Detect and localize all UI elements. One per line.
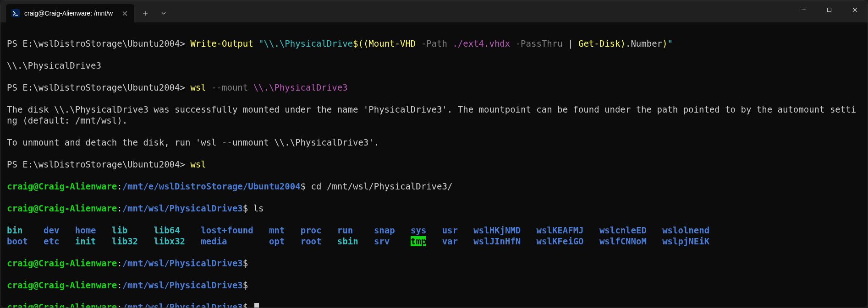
ls-entry: libx32: [154, 236, 185, 246]
ls-entry: etc: [44, 236, 59, 246]
ps-command: Write-Output: [190, 38, 253, 49]
tab-controls: [137, 4, 172, 22]
bash-path: /mnt/wsl/PhysicalDrive3: [122, 203, 243, 213]
ps-command: wsl: [190, 159, 206, 169]
new-tab-button[interactable]: [137, 5, 154, 22]
ls-output: bin dev home lib lib64 lost+found mnt pr…: [7, 225, 861, 247]
terminal-window: craig@Craig-Alienware: /mnt/w: [0, 0, 868, 308]
ls-row: bin dev home lib lib64 lost+found mnt pr…: [7, 225, 861, 236]
powershell-icon: [11, 9, 20, 17]
ls-entry: lib64: [154, 225, 180, 235]
tab-active[interactable]: craig@Craig-Alienware: /mnt/w: [6, 4, 134, 22]
terminal-line: \\.\PhysicalDrive3: [7, 60, 861, 71]
bash-user: craig@Craig-Alienware: [7, 302, 117, 308]
ps-command: wsl: [190, 82, 206, 92]
svg-rect-0: [827, 8, 831, 11]
bash-path: /mnt/wsl/PhysicalDrive3: [122, 302, 243, 308]
bash-path: /mnt/e/wslDistroStorage/Ubuntu2004: [122, 181, 301, 191]
bash-command: cd /mnt/wsl/PhysicalDrive3/: [306, 181, 452, 191]
ls-entry: sbin: [337, 236, 358, 246]
terminal-line: craig@Craig-Alienware:/mnt/e/wslDistroSt…: [7, 181, 861, 192]
ls-entry: var: [442, 236, 458, 246]
ls-row: boot etc init lib32 libx32 media opt roo…: [7, 236, 861, 247]
terminal-line: PS E:\wslDistroStorage\Ubuntu2004> wsl: [7, 159, 861, 170]
ps-prompt: PS E:\wslDistroStorage\Ubuntu2004>: [7, 159, 190, 169]
ls-entry: srv: [374, 236, 390, 246]
terminal-body[interactable]: PS E:\wslDistroStorage\Ubuntu2004> Write…: [0, 22, 868, 308]
bash-user: craig@Craig-Alienware: [7, 258, 117, 268]
bash-path: /mnt/wsl/PhysicalDrive3: [122, 280, 243, 290]
ls-entry: root: [301, 236, 322, 246]
ls-entry: wslJInHfN: [473, 236, 521, 246]
ls-entry: wslKFeiGO: [537, 236, 584, 246]
ls-entry: proc: [301, 225, 322, 235]
bash-command: ls: [248, 203, 264, 213]
bash-path: /mnt/wsl/PhysicalDrive3: [122, 258, 243, 268]
ls-entry: bin: [7, 225, 22, 235]
terminal-line: PS E:\wslDistroStorage\Ubuntu2004> wsl -…: [7, 82, 861, 93]
ps-param: -PassThru: [510, 38, 568, 49]
terminal-line: craig@Craig-Alienware:/mnt/wsl/PhysicalD…: [7, 302, 861, 308]
ps-param: --mount: [206, 82, 253, 92]
ps-arg: ./ext4.vhdx: [452, 38, 510, 49]
ls-entry: boot: [7, 236, 28, 246]
tab-title: craig@Craig-Alienware: /mnt/w: [24, 10, 116, 17]
ps-string: "\\.\PhysicalDrive: [258, 38, 353, 49]
terminal-line: The disk \\.\PhysicalDrive3 was successf…: [7, 104, 861, 126]
ls-entry: dev: [44, 225, 59, 235]
bash-user: craig@Craig-Alienware: [7, 181, 117, 191]
ls-entry: media: [201, 236, 227, 246]
ps-prompt: PS E:\wslDistroStorage\Ubuntu2004>: [7, 82, 190, 92]
terminal-line: craig@Craig-Alienware:/mnt/wsl/PhysicalD…: [7, 258, 861, 269]
ls-entry: wslcnleED: [599, 225, 647, 235]
bash-user: craig@Craig-Alienware: [7, 280, 117, 290]
ls-entry: snap: [374, 225, 395, 235]
terminal-line: craig@Craig-Alienware:/mnt/wsl/PhysicalD…: [7, 203, 861, 214]
maximize-button[interactable]: [816, 0, 842, 19]
ls-entry: init: [75, 236, 96, 246]
minimize-button[interactable]: [791, 0, 816, 19]
ls-entry: opt: [269, 236, 285, 246]
ls-entry: mnt: [269, 225, 285, 235]
cursor: [254, 303, 259, 308]
ps-param: -Path: [416, 38, 452, 49]
title-bar: craig@Craig-Alienware: /mnt/w: [0, 0, 868, 22]
close-button[interactable]: [842, 0, 868, 19]
ls-entry: tmp: [411, 236, 426, 246]
output-text: \\.\PhysicalDrive3: [7, 60, 101, 70]
ls-entry: usr: [442, 225, 458, 235]
ps-prompt: PS E:\wslDistroStorage\Ubuntu2004>: [7, 38, 190, 49]
ps-arg: \\.\PhysicalDrive3: [253, 82, 348, 92]
ps-command: Get-Disk: [578, 38, 621, 49]
tab-dropdown-button[interactable]: [155, 5, 172, 22]
ls-entry: wslpjNEiK: [662, 236, 709, 246]
output-text: To unmount and detach the disk, run 'wsl…: [7, 137, 379, 147]
ls-entry: wslHKjNMD: [473, 225, 521, 235]
output-text: The disk \\.\PhysicalDrive3 was successf…: [7, 104, 856, 125]
ls-entry: lost+found: [201, 225, 253, 235]
terminal-line: To unmount and detach the disk, run 'wsl…: [7, 137, 861, 148]
ls-entry: wslfCNNoM: [599, 236, 647, 246]
ls-entry: lib: [112, 225, 127, 235]
ls-entry: sys: [411, 225, 426, 235]
terminal-line: craig@Craig-Alienware:/mnt/wsl/PhysicalD…: [7, 280, 861, 291]
ls-entry: lib32: [112, 236, 138, 246]
bash-user: craig@Craig-Alienware: [7, 203, 117, 213]
terminal-line: PS E:\wslDistroStorage\Ubuntu2004> Write…: [7, 38, 861, 49]
ls-entry: wslKEAFMJ: [537, 225, 584, 235]
window-controls: [791, 0, 868, 19]
ls-entry: wslolnend: [662, 225, 709, 235]
ps-command: Mount-VHD: [368, 38, 416, 49]
tab-close-button[interactable]: [121, 9, 129, 17]
ls-entry: run: [337, 225, 353, 235]
ls-entry: home: [75, 225, 96, 235]
